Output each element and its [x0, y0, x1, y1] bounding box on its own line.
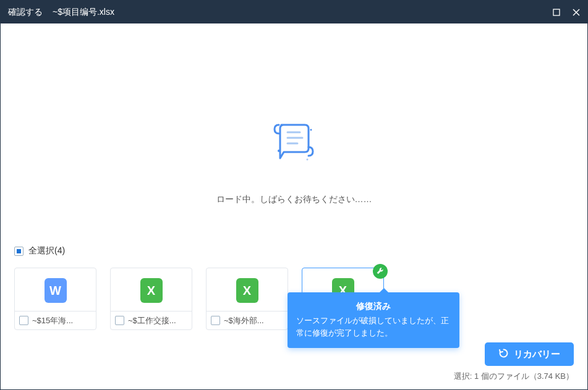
titlebar: 確認する ~$项目编号.xlsx	[1, 1, 587, 23]
file-checkbox[interactable]	[19, 316, 28, 325]
excel-file-icon: X	[140, 278, 163, 303]
maximize-icon[interactable]	[553, 9, 560, 16]
svg-rect-0	[553, 9, 560, 15]
repair-tooltip: 修復済み ソースファイルが破損していましたが、正常に修復が完了しました。	[288, 292, 459, 348]
svg-point-8	[306, 159, 308, 161]
wrench-icon	[373, 264, 388, 279]
restore-icon	[498, 348, 509, 360]
selection-status: 選択: 1 個のファイル（3.74 KB）	[454, 371, 574, 382]
close-icon[interactable]	[573, 9, 580, 16]
excel-file-icon: X	[236, 278, 258, 303]
svg-point-7	[310, 129, 312, 131]
loading-scroll-icon	[270, 116, 318, 166]
select-all-row[interactable]: 全選択(4)	[14, 245, 574, 256]
tooltip-title: 修復済み	[296, 300, 451, 313]
select-all-checkbox[interactable]	[14, 247, 23, 256]
file-grid: W ~$15年海... X ~$工作交接... X ~$海外部...	[14, 268, 574, 330]
file-card[interactable]: X ~$工作交接...	[110, 268, 192, 330]
word-file-icon: W	[45, 278, 67, 303]
confirm-label: 確認する	[8, 7, 43, 18]
file-checkbox[interactable]	[211, 316, 220, 325]
loading-text: ロード中。しばらくお待ちください……	[216, 194, 372, 205]
loading-area: ロード中。しばらくお待ちください……	[14, 23, 574, 245]
file-card[interactable]: X ~$海外部...	[206, 268, 288, 330]
recover-button-label: リカバリー	[514, 349, 560, 360]
recover-button[interactable]: リカバリー	[485, 342, 574, 366]
file-checkbox[interactable]	[115, 316, 124, 325]
footer: リカバリー 選択: 1 個のファイル（3.74 KB）	[14, 342, 574, 389]
tooltip-body: ソースファイルが破損していましたが、正常に修復が完了しました。	[296, 315, 451, 339]
filename-label: ~$项目编号.xlsx	[53, 7, 114, 18]
file-name: ~$海外部...	[224, 315, 264, 326]
svg-point-6	[278, 150, 280, 152]
file-card[interactable]: W ~$15年海...	[14, 268, 96, 330]
select-all-label: 全選択(4)	[28, 245, 65, 256]
file-name: ~$工作交接...	[128, 315, 176, 326]
file-name: ~$15年海...	[32, 315, 73, 326]
